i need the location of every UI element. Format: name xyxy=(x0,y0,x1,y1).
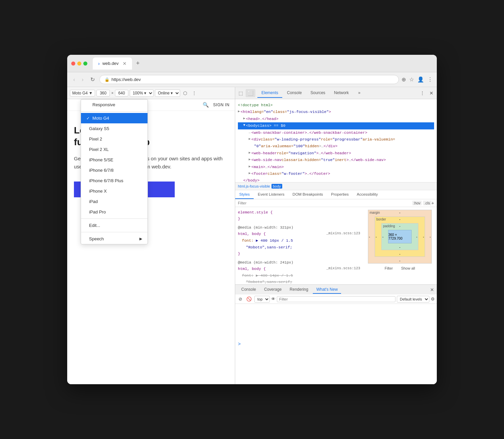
inspect-icon[interactable]: ⬚ xyxy=(237,89,245,97)
lock-icon: 🔒 xyxy=(104,77,110,82)
close-button[interactable] xyxy=(71,62,75,66)
dropdown-iphone-678-plus[interactable]: iPhone 6/7/8 Plus xyxy=(81,175,148,186)
zoom-select[interactable]: 100% ▾ xyxy=(130,89,154,97)
console-settings-icon[interactable]: ⚙ xyxy=(431,296,435,302)
console-tabs-bar: Console Coverage Rendering What's New ✕ xyxy=(235,284,437,294)
browser-viewport: Moto G4 ▼ × 100% ▾ Online ▾ ⬡ ⋮ ✓ xyxy=(67,87,235,384)
console-prompt-symbol[interactable]: > xyxy=(238,342,241,347)
devtools-close-icon[interactable]: ✕ xyxy=(427,89,435,97)
device-toggle-icon[interactable]: ⬜ xyxy=(246,89,255,97)
bookmark-icon[interactable]: ☆ xyxy=(409,76,414,83)
html-line-main[interactable]: ▶ <main> … </main> xyxy=(238,164,434,170)
dropdown-pixel-2[interactable]: Pixel 2 xyxy=(81,134,148,144)
tab-close-icon[interactable]: ✕ xyxy=(123,61,127,66)
address-input[interactable]: 🔒 https://web.dev xyxy=(99,75,399,84)
device-dropdown: ✓ Responsive ✓ Moto G4 Galaxy S5 Pixel 2 xyxy=(81,99,148,244)
menu-icon[interactable]: ⋮ xyxy=(427,76,433,83)
breadcrumb-html[interactable]: html.js-focus-visible xyxy=(238,184,270,188)
tab-sources[interactable]: Sources xyxy=(306,88,329,98)
dropdown-pixel-2-xl[interactable]: Pixel 2 XL xyxy=(81,144,148,155)
dropdown-edit[interactable]: Edit... xyxy=(81,220,148,231)
cast-icon[interactable]: ⊕ xyxy=(402,76,406,83)
sign-in-button[interactable]: SIGN IN xyxy=(213,103,229,107)
styles-filter-input[interactable] xyxy=(238,201,412,205)
dropdown-item-label: Pixel 2 XL xyxy=(89,147,109,152)
border-top-value: - xyxy=(399,217,400,221)
console-tab-whats-new[interactable]: What's New xyxy=(313,286,341,294)
styles-tab-event-listeners[interactable]: Event Listeners xyxy=(254,190,288,199)
dropdown-iphone-678[interactable]: iPhone 6/7/8 xyxy=(81,165,148,175)
dropdown-divider-2 xyxy=(81,218,148,219)
cls-badge[interactable]: .cls xyxy=(423,201,431,205)
dropdown-galaxy-s5[interactable]: Galaxy S5 xyxy=(81,123,148,134)
dimension-separator: × xyxy=(111,91,114,95)
styles-tab-dom-breakpoints[interactable]: DOM Breakpoints xyxy=(289,190,327,199)
height-input[interactable] xyxy=(115,90,128,96)
chevron-down-icon: ▼ xyxy=(89,91,93,95)
dropdown-iphone-5se[interactable]: iPhone 5/SE xyxy=(81,155,148,165)
capture-icon[interactable]: ⬡ xyxy=(181,89,189,97)
html-line-sidenav[interactable]: ▶ <web-side-nav class aria-hidden= "true… xyxy=(238,157,434,163)
device-select[interactable]: Moto G4 ▼ xyxy=(70,90,95,96)
console-context-select[interactable]: top xyxy=(254,296,270,303)
dropdown-ipad[interactable]: iPad xyxy=(81,196,148,207)
console-clear-icon[interactable]: ⊘ xyxy=(237,296,244,302)
active-tab[interactable]: › web.dev ✕ xyxy=(93,57,132,70)
console-stop-icon[interactable]: 🚫 xyxy=(245,296,253,302)
dropdown-item-label: iPad Pro xyxy=(89,209,106,214)
maximize-button[interactable] xyxy=(83,62,87,66)
more-options-icon[interactable]: ⋮ xyxy=(190,89,198,97)
console-level-select[interactable]: Default levels xyxy=(397,296,429,303)
dropdown-responsive[interactable]: ✓ Responsive xyxy=(81,99,148,110)
console-filter-input[interactable] xyxy=(277,296,395,302)
html-line-snackbar[interactable]: … <web-snackbar-container> … </web-snack… xyxy=(238,129,434,136)
tab-console[interactable]: Console xyxy=(283,88,306,98)
breadcrumb-body[interactable]: body xyxy=(271,184,282,189)
hov-badge[interactable]: :hov xyxy=(412,201,422,205)
padding-label: padding xyxy=(383,224,395,228)
dropdown-speech[interactable]: Speech ▶ xyxy=(81,234,148,244)
throttle-select[interactable]: Online ▾ xyxy=(155,89,180,97)
console-tab-console[interactable]: Console xyxy=(238,286,259,294)
back-button[interactable]: ‹ xyxy=(71,75,77,84)
tab-network[interactable]: Network xyxy=(330,88,353,98)
minimize-button[interactable] xyxy=(77,62,81,66)
margin-bottom-value: - xyxy=(399,259,400,263)
console-tab-rendering[interactable]: Rendering xyxy=(286,286,311,294)
device-name: Moto G4 xyxy=(72,91,88,95)
html-line-head[interactable]: ▶ <head> … </head> xyxy=(238,116,434,122)
console-eye-icon[interactable]: 👁 xyxy=(271,296,276,302)
refresh-button[interactable]: ↻ xyxy=(88,75,97,84)
add-style-rule-icon[interactable]: + xyxy=(431,200,434,206)
new-tab-button[interactable]: + xyxy=(133,58,142,68)
dropdown-moto-g4[interactable]: ✓ Moto G4 xyxy=(81,113,148,123)
device-toolbar: Moto G4 ▼ × 100% ▾ Online ▾ ⬡ ⋮ xyxy=(67,87,235,99)
more-tabs-button[interactable]: » xyxy=(354,88,365,98)
traffic-lights xyxy=(71,62,87,66)
console-close-button[interactable]: ✕ xyxy=(430,287,434,292)
styles-tab-properties[interactable]: Properties xyxy=(327,190,352,199)
console-tab-coverage[interactable]: Coverage xyxy=(261,286,285,294)
box-content-layer: 360 × 7729.700 xyxy=(388,230,412,243)
html-line-html[interactable]: ▶ <html lang= "en" class= "js-focus-visi… xyxy=(238,109,434,115)
html-line-loading[interactable]: ▶ <div class= "w-loading-progress" role=… xyxy=(238,136,434,143)
dropdown-divider-1 xyxy=(81,111,148,112)
styles-tab-styles[interactable]: Styles xyxy=(235,190,254,199)
search-icon[interactable]: 🔍 xyxy=(203,102,209,108)
dropdown-ipad-pro[interactable]: iPad Pro xyxy=(81,207,148,217)
html-line-body-close: </body> xyxy=(238,177,434,182)
html-line-footer[interactable]: ▶ <footer class= "w-footer" > … </footer… xyxy=(238,170,434,177)
forward-button[interactable]: › xyxy=(80,75,85,84)
html-line-header[interactable]: ▶ <web-header role= "navigation" > … </w… xyxy=(238,150,434,157)
width-input[interactable] xyxy=(96,90,110,96)
breadcrumb: html.js-focus-visible body xyxy=(235,182,437,190)
dropdown-iphone-x[interactable]: iPhone X xyxy=(81,186,148,196)
user-icon[interactable]: 👤 xyxy=(417,76,424,83)
border-right-value: - xyxy=(423,235,424,238)
styles-tab-accessibility[interactable]: Accessibility xyxy=(353,190,382,199)
html-line-body[interactable]: ▼ <body class > == $0 xyxy=(238,122,434,129)
devtools-settings-icon[interactable]: ⋮ xyxy=(418,89,427,97)
dropdown-divider-3 xyxy=(81,232,148,232)
dropdown-item-label: iPhone X xyxy=(89,189,107,194)
tab-elements[interactable]: Elements xyxy=(257,88,282,98)
